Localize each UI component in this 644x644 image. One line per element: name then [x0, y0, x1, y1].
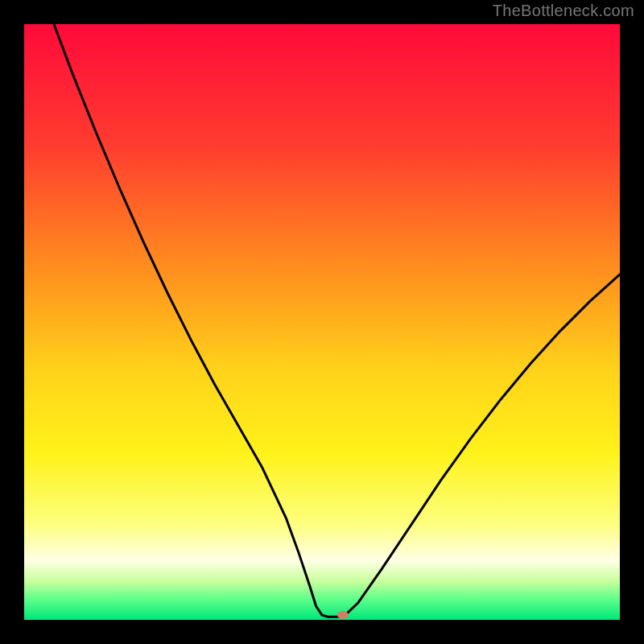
svg-rect-3 [0, 620, 644, 644]
chart-frame: TheBottleneck.com [0, 0, 644, 644]
watermark-text: TheBottleneck.com [493, 2, 634, 20]
bottleneck-chart [0, 0, 644, 644]
chart-background [24, 24, 620, 620]
optimum-marker [337, 611, 349, 619]
svg-rect-1 [0, 0, 24, 644]
svg-rect-2 [620, 0, 644, 644]
